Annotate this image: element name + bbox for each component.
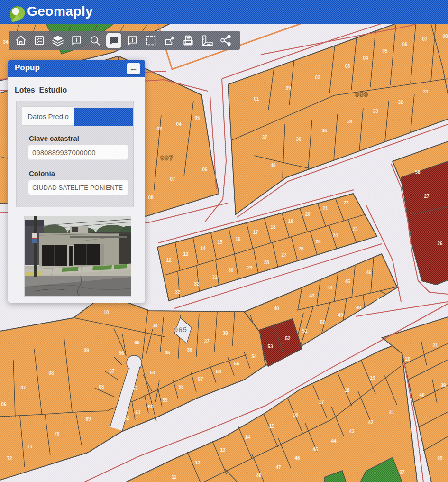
svg-text:47: 47 (275, 465, 281, 470)
svg-text:07: 07 (422, 37, 428, 42)
svg-text:70: 70 (54, 431, 60, 436)
svg-text:24: 24 (332, 233, 338, 238)
svg-text:36: 36 (296, 137, 302, 142)
svg-text:51: 51 (302, 328, 308, 334)
svg-text:16: 16 (235, 237, 241, 242)
svg-text:22: 22 (343, 200, 349, 205)
svg-text:46: 46 (294, 455, 300, 461)
svg-text:60: 60 (148, 404, 154, 409)
svg-text:34: 34 (3, 39, 9, 45)
svg-text:05: 05 (194, 115, 200, 120)
svg-text:08: 08 (48, 371, 54, 376)
svg-text:08: 08 (415, 462, 421, 467)
svg-text:38: 38 (222, 331, 228, 336)
svg-text:21: 21 (432, 343, 438, 348)
svg-text:965: 965 (174, 325, 187, 334)
svg-text:40: 40 (419, 392, 425, 398)
svg-text:16: 16 (293, 412, 298, 417)
svg-text:71: 71 (27, 444, 33, 449)
svg-text:58: 58 (178, 384, 184, 389)
svg-text:27: 27 (281, 252, 287, 258)
svg-text:03: 03 (156, 126, 162, 131)
svg-text:06: 06 (202, 167, 208, 172)
svg-text:29: 29 (247, 265, 253, 270)
svg-text:43: 43 (349, 429, 355, 434)
svg-text:39: 39 (440, 383, 446, 388)
svg-text:45: 45 (312, 447, 318, 452)
svg-text:33: 33 (175, 289, 181, 295)
svg-text:64: 64 (150, 370, 155, 375)
svg-text:997: 997 (160, 154, 174, 162)
svg-text:15: 15 (217, 240, 223, 245)
svg-text:04: 04 (363, 56, 368, 61)
svg-text:27: 27 (424, 194, 430, 199)
svg-text:04: 04 (176, 121, 182, 127)
svg-text:14: 14 (245, 435, 250, 440)
svg-text:03: 03 (345, 64, 350, 69)
svg-text:08: 08 (148, 195, 154, 200)
svg-text:72: 72 (7, 456, 12, 461)
svg-text:07: 07 (20, 385, 26, 390)
svg-text:35: 35 (165, 350, 170, 355)
svg-text:41: 41 (389, 410, 394, 415)
svg-text:65: 65 (134, 340, 140, 345)
svg-text:48: 48 (256, 473, 262, 478)
svg-text:23: 23 (352, 227, 358, 232)
svg-text:13: 13 (220, 447, 226, 453)
svg-text:12: 12 (166, 258, 172, 263)
svg-text:56: 56 (216, 369, 221, 374)
svg-text:48: 48 (356, 305, 361, 310)
svg-text:49: 49 (338, 313, 343, 318)
svg-text:50: 50 (320, 320, 326, 325)
svg-text:67: 67 (109, 369, 115, 374)
svg-text:18: 18 (270, 224, 276, 230)
svg-text:39: 39 (285, 85, 291, 91)
svg-text:61: 61 (135, 410, 141, 415)
svg-text:68: 68 (99, 384, 104, 389)
svg-text:06: 06 (1, 402, 7, 407)
svg-text:11: 11 (172, 474, 177, 480)
svg-text:43: 43 (309, 293, 315, 298)
svg-text:19: 19 (288, 219, 293, 224)
svg-text:69: 69 (85, 417, 91, 422)
svg-text:07: 07 (170, 176, 175, 182)
svg-text:54: 54 (251, 354, 257, 359)
svg-text:63: 63 (132, 386, 138, 391)
svg-text:17: 17 (253, 230, 258, 235)
svg-text:32: 32 (194, 281, 200, 287)
svg-text:17: 17 (319, 399, 324, 405)
svg-text:46: 46 (366, 270, 372, 275)
svg-text:09: 09 (83, 348, 89, 353)
svg-text:45: 45 (345, 279, 350, 284)
svg-text:31: 31 (212, 275, 218, 280)
svg-text:33: 33 (373, 109, 378, 114)
svg-text:12: 12 (195, 460, 201, 465)
svg-text:01: 01 (254, 96, 259, 102)
svg-text:40: 40 (270, 163, 276, 168)
svg-text:08: 08 (442, 34, 448, 39)
svg-text:02: 02 (315, 75, 320, 80)
svg-text:06: 06 (402, 42, 408, 47)
svg-text:15: 15 (269, 424, 274, 429)
svg-text:31: 31 (423, 89, 429, 94)
svg-text:18: 18 (344, 388, 350, 393)
svg-text:58: 58 (415, 169, 421, 175)
svg-text:34: 34 (152, 323, 158, 328)
svg-text:10: 10 (103, 310, 109, 315)
svg-text:52: 52 (285, 336, 291, 341)
svg-text:36: 36 (187, 347, 192, 352)
svg-text:32: 32 (398, 100, 403, 105)
svg-text:09: 09 (437, 455, 443, 461)
svg-text:40: 40 (274, 306, 279, 311)
svg-text:999: 999 (355, 90, 368, 98)
svg-text:44: 44 (327, 285, 333, 290)
svg-text:42: 42 (368, 420, 374, 425)
svg-text:20: 20 (305, 212, 311, 217)
svg-text:26: 26 (298, 246, 304, 251)
svg-text:47: 47 (376, 297, 382, 303)
svg-text:37: 37 (204, 339, 210, 344)
svg-text:21: 21 (322, 206, 328, 211)
svg-text:59: 59 (162, 398, 168, 403)
svg-text:30: 30 (228, 268, 234, 273)
svg-text:44: 44 (331, 438, 337, 444)
